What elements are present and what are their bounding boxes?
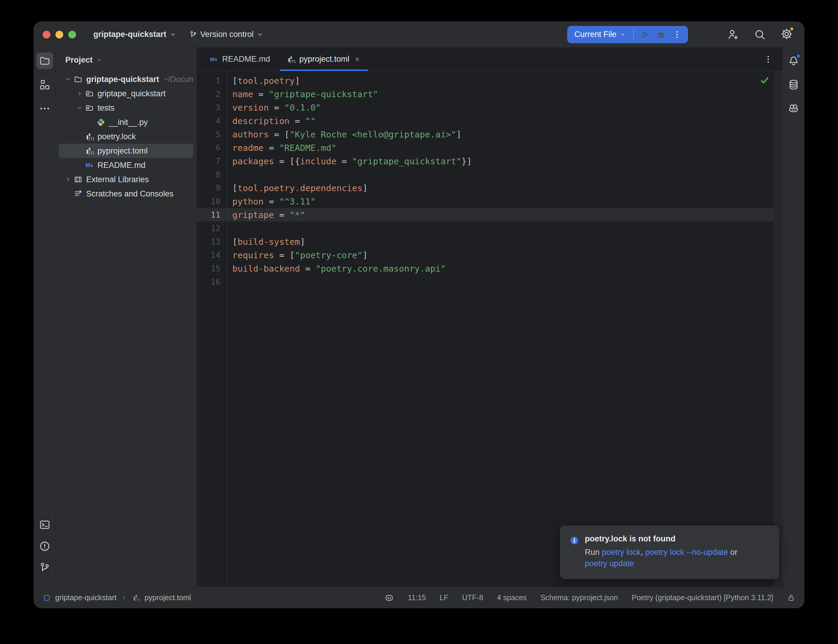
database-tool-button[interactable]	[785, 76, 802, 93]
kebab-menu-icon[interactable]	[763, 54, 773, 64]
code-editor[interactable]: 1[tool.poetry]2name = "griptape-quicksta…	[197, 71, 774, 587]
version-control-tool-button[interactable]	[36, 559, 53, 576]
minimize-window-button[interactable]	[56, 31, 63, 38]
tab-pyproject-toml[interactable]: [T] pyproject.toml	[279, 48, 369, 71]
svg-text:[T]: [T]	[290, 59, 295, 63]
chevron-right-icon[interactable]	[63, 176, 74, 183]
status-file-encoding[interactable]: UTF-8	[462, 593, 483, 602]
notification-link-poetry-lock-no-update[interactable]: poetry lock --no-update	[645, 548, 728, 557]
project-panel-header[interactable]: Project	[56, 51, 197, 69]
tree-item-pyproject-toml[interactable]: [T]pyproject.toml	[59, 144, 193, 158]
project-tool-button[interactable]	[36, 53, 53, 69]
notification-text: Run	[585, 548, 602, 557]
debug-icon[interactable]	[656, 30, 666, 39]
status-json-schema[interactable]: Schema: pyproject.json	[541, 593, 618, 602]
notification-popup[interactable]: poetry.lock is not found Run poetry lock…	[560, 526, 779, 579]
code-line-2[interactable]: 2name = "griptape-quickstart"	[197, 87, 774, 101]
ai-assistant-button[interactable]	[785, 100, 802, 117]
code-line-1[interactable]: 1[tool.poetry]	[197, 74, 774, 87]
problems-tool-button[interactable]	[36, 538, 53, 555]
code-line-7[interactable]: 7packages = [{include = "griptape_quicks…	[197, 154, 774, 168]
tree-item-griptape-quickstart[interactable]: griptape_quickstart	[59, 87, 193, 101]
code-token: requires	[232, 250, 274, 260]
run-configuration-selector[interactable]: Current File	[573, 30, 627, 39]
line-number: 11	[197, 210, 227, 219]
toml-file-icon: [T]	[85, 146, 94, 155]
notification-link-poetry-update[interactable]: poetry update	[585, 559, 634, 568]
terminal-tool-button[interactable]	[36, 516, 53, 533]
vcs-widget[interactable]: Version control	[185, 27, 268, 42]
tree-item-external-libraries[interactable]: External Libraries	[59, 172, 193, 187]
code-token: "*"	[289, 210, 305, 220]
code-text: name = "griptape-quickstart"	[227, 89, 378, 99]
inspections-ok-check-icon[interactable]	[759, 75, 770, 85]
code-text: authors = ["Kyle Roche <hello@griptape.a…	[227, 130, 461, 140]
code-token: authors	[232, 130, 269, 140]
copilot-icon[interactable]	[384, 593, 394, 603]
code-line-15[interactable]: 15build-backend = "poetry.core.masonry.a…	[197, 262, 774, 275]
line-number: 12	[197, 223, 227, 233]
chevron-down-icon[interactable]	[63, 76, 74, 83]
code-line-3[interactable]: 3version = "0.1.0"	[197, 101, 774, 114]
code-line-13[interactable]: 13[build-system]	[197, 235, 774, 248]
title-bar: griptape-quickstart Version control Curr…	[34, 21, 804, 48]
code-text: version = "0.1.0"	[227, 103, 321, 113]
code-line-6[interactable]: 6readme = "README.md"	[197, 141, 774, 154]
structure-tool-button[interactable]	[36, 76, 53, 93]
code-text: [tool.poetry]	[227, 76, 300, 86]
status-indent-style[interactable]: 4 spaces	[497, 593, 527, 602]
search-icon[interactable]	[754, 28, 766, 41]
tree-item-icon-slot	[96, 118, 108, 127]
project-icon	[43, 594, 51, 602]
breadcrumb-project[interactable]: griptape-quickstart	[55, 593, 117, 602]
run-icon[interactable]	[640, 30, 650, 39]
tree-item-poetry-lock[interactable]: [T]poetry.lock	[59, 130, 193, 144]
window-controls	[43, 31, 76, 38]
editor-body: 1[tool.poetry]2name = "griptape-quicksta…	[197, 71, 782, 587]
code-line-12[interactable]: 12	[197, 222, 774, 235]
status-caret-position[interactable]: 11:15	[408, 593, 426, 602]
chevron-down-icon[interactable]	[74, 104, 85, 112]
code-token: =	[300, 264, 315, 274]
project-switcher[interactable]: griptape-quickstart	[89, 27, 181, 42]
code-token: "^3.11"	[279, 197, 315, 207]
problems-icon	[39, 540, 51, 552]
unlock-icon[interactable]	[787, 594, 795, 602]
line-number: 16	[197, 277, 227, 286]
code-line-10[interactable]: 10python = "^3.11"	[197, 195, 774, 208]
breadcrumb-file[interactable]: pyproject.toml	[145, 593, 191, 602]
code-line-8[interactable]: 8	[197, 168, 774, 181]
close-window-button[interactable]	[43, 31, 50, 38]
tree-item-scratches-and-consoles[interactable]: Scratches and Consoles	[59, 187, 193, 201]
code-line-14[interactable]: 14requires = ["poetry-core"]	[197, 248, 774, 262]
more-tool-windows-button[interactable]	[36, 100, 53, 117]
markdown-icon: M	[210, 55, 218, 64]
code-token: "0.1.0"	[284, 103, 321, 113]
more-run-options-icon[interactable]	[672, 30, 682, 39]
status-python-interpreter[interactable]: Poetry (griptape-quickstart) [Python 3.1…	[632, 593, 773, 602]
code-line-4[interactable]: 4description = ""	[197, 114, 774, 128]
code-line-5[interactable]: 5authors = ["Kyle Roche <hello@griptape.…	[197, 128, 774, 141]
chevron-down-icon	[169, 31, 177, 38]
tree-item-label: griptape-quickstart	[86, 75, 159, 84]
code-line-16[interactable]: 16	[197, 275, 774, 289]
notifications-button[interactable]	[785, 53, 802, 69]
code-line-9[interactable]: 9[tool.poetry.dependencies]	[197, 181, 774, 195]
status-line-separator[interactable]: LF	[440, 593, 448, 602]
code-token: [	[232, 237, 237, 247]
tree-item-tests[interactable]: tests	[59, 101, 193, 115]
tree-item-griptape-quickstart[interactable]: griptape-quickstart~/Docume	[59, 72, 193, 87]
close-icon[interactable]	[354, 56, 361, 63]
notification-link-poetry-lock[interactable]: poetry lock	[602, 548, 641, 557]
add-user-icon[interactable]	[727, 28, 739, 41]
tree-item-readme-md[interactable]: MREADME.md	[59, 158, 193, 172]
right-activity-bar	[782, 48, 804, 587]
chevron-down-icon	[620, 31, 626, 38]
code-line-11[interactable]: 11griptape = "*"	[197, 208, 774, 222]
settings-button[interactable]	[780, 28, 793, 41]
scrollbar-track[interactable]	[774, 71, 782, 587]
zoom-window-button[interactable]	[68, 31, 76, 38]
chevron-right-icon[interactable]	[74, 90, 85, 97]
tree-item-init-py[interactable]: __init__.py	[59, 115, 193, 130]
tab-readme-md[interactable]: M README.md	[201, 48, 279, 71]
